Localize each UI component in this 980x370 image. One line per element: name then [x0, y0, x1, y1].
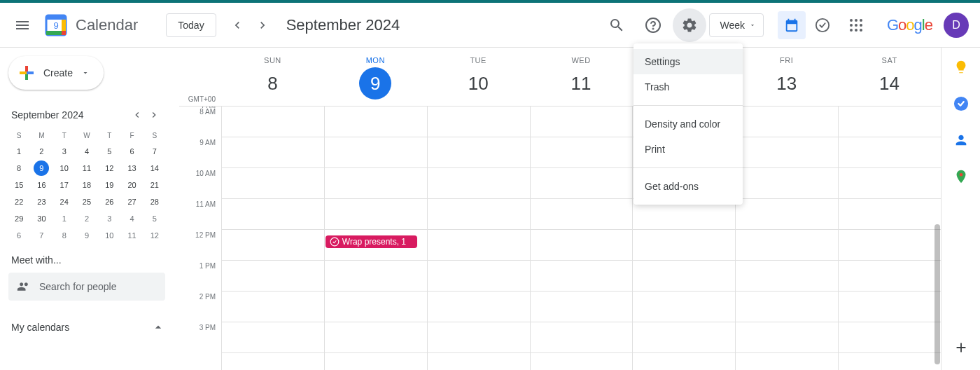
time-slot[interactable]: [531, 292, 633, 322]
menu-item-density[interactable]: Density and color: [634, 111, 743, 137]
scrollbar[interactable]: [934, 224, 940, 364]
time-slot[interactable]: [222, 353, 324, 370]
time-slot[interactable]: [531, 107, 633, 137]
today-button[interactable]: Today: [166, 13, 216, 37]
minical-day[interactable]: 7: [31, 228, 52, 243]
time-slot[interactable]: [428, 137, 530, 168]
time-slot[interactable]: [736, 199, 838, 230]
minical-day[interactable]: 4: [76, 144, 97, 159]
day-column[interactable]: [427, 107, 530, 370]
minical-day[interactable]: 11: [76, 160, 97, 176]
time-slot[interactable]: [222, 292, 324, 322]
minical-day[interactable]: 15: [8, 177, 29, 193]
time-slot[interactable]: [531, 168, 633, 199]
minical-day[interactable]: 6: [8, 228, 29, 243]
time-slot[interactable]: [736, 107, 838, 137]
minical-day[interactable]: 11: [121, 228, 142, 243]
time-slot[interactable]: [222, 107, 324, 137]
minical-day[interactable]: 8: [8, 160, 29, 176]
time-slot[interactable]: [222, 230, 324, 261]
time-slot[interactable]: [839, 353, 941, 370]
time-slot[interactable]: [736, 137, 838, 168]
time-slot[interactable]: [839, 107, 941, 137]
calendar-mode-button[interactable]: [778, 11, 806, 39]
minical-day[interactable]: 18: [76, 177, 97, 193]
time-slot[interactable]: [222, 137, 324, 168]
minical-day[interactable]: 2: [76, 211, 97, 226]
minical-day[interactable]: 30: [31, 211, 52, 226]
minical-next-button[interactable]: [148, 107, 165, 123]
minical-day[interactable]: 12: [144, 228, 165, 243]
app-logo[interactable]: 9 Calendar: [42, 11, 138, 39]
time-slot[interactable]: [839, 199, 941, 230]
menu-item-settings[interactable]: Settings: [634, 49, 743, 74]
day-header[interactable]: MON9: [324, 48, 427, 106]
minical-day[interactable]: 13: [121, 160, 142, 176]
time-slot[interactable]: [839, 230, 941, 261]
time-slot[interactable]: [531, 322, 633, 353]
day-column[interactable]: [530, 107, 633, 370]
time-slot[interactable]: [839, 137, 941, 168]
time-slot[interactable]: [531, 353, 633, 370]
time-slot[interactable]: [325, 322, 427, 353]
prev-period-button[interactable]: [225, 13, 250, 38]
time-slot[interactable]: [325, 353, 427, 370]
time-slot[interactable]: [428, 353, 530, 370]
minical-day[interactable]: 19: [99, 177, 120, 193]
support-button[interactable]: [636, 8, 670, 42]
minical-day[interactable]: 4: [121, 211, 142, 226]
time-slot[interactable]: [428, 292, 530, 322]
tasks-mode-button[interactable]: [808, 11, 836, 39]
time-slot[interactable]: [839, 322, 941, 353]
time-slot[interactable]: [736, 261, 838, 292]
minical-day[interactable]: 21: [144, 177, 165, 193]
minical-day[interactable]: 3: [54, 144, 75, 159]
menu-item-trash[interactable]: Trash: [634, 74, 743, 100]
time-slot[interactable]: [325, 261, 427, 292]
time-slot[interactable]: [531, 199, 633, 230]
time-slot[interactable]: [428, 322, 530, 353]
minical-day[interactable]: 12: [99, 160, 120, 176]
contacts-addon-icon[interactable]: [953, 132, 969, 149]
menu-item-print[interactable]: Print: [634, 137, 743, 162]
calendar-event[interactable]: Wrap presents, 1: [326, 235, 417, 248]
minical-day[interactable]: 23: [31, 194, 52, 210]
minical-day[interactable]: 20: [121, 177, 142, 193]
time-slot[interactable]: [222, 199, 324, 230]
day-column[interactable]: [838, 107, 941, 370]
settings-button[interactable]: [673, 8, 706, 42]
search-people-input[interactable]: Search for people: [8, 273, 165, 301]
time-slot[interactable]: [633, 322, 735, 353]
day-header[interactable]: WED11: [530, 48, 633, 106]
day-header[interactable]: FRI13: [735, 48, 838, 106]
time-slot[interactable]: [839, 168, 941, 199]
time-slot[interactable]: [325, 199, 427, 230]
time-slot[interactable]: [222, 322, 324, 353]
time-slot[interactable]: [736, 353, 838, 370]
minical-day[interactable]: 5: [99, 144, 120, 159]
minical-day[interactable]: 14: [144, 160, 165, 176]
minical-day[interactable]: 9: [34, 160, 49, 176]
day-header[interactable]: SAT14: [838, 48, 941, 106]
minical-day[interactable]: 1: [8, 144, 29, 159]
minical-day[interactable]: 22: [8, 194, 29, 210]
tasks-addon-icon[interactable]: [953, 95, 969, 112]
minical-day[interactable]: 10: [54, 160, 75, 176]
minical-day[interactable]: 1: [54, 211, 75, 226]
minical-day[interactable]: 26: [99, 194, 120, 210]
minical-day[interactable]: 29: [8, 211, 29, 226]
time-slot[interactable]: [839, 261, 941, 292]
minical-day[interactable]: 24: [54, 194, 75, 210]
time-slot[interactable]: [428, 168, 530, 199]
minical-day[interactable]: 2: [31, 144, 52, 159]
minical-day[interactable]: 8: [54, 228, 75, 243]
time-slot[interactable]: [222, 261, 324, 292]
apps-button[interactable]: [839, 8, 873, 42]
view-selector[interactable]: Week: [709, 13, 764, 37]
main-menu-button[interactable]: [6, 8, 39, 42]
time-slot[interactable]: [736, 322, 838, 353]
minical-day[interactable]: 3: [99, 211, 120, 226]
time-slot[interactable]: [633, 230, 735, 261]
get-addons-button[interactable]: [953, 339, 969, 356]
time-slot[interactable]: [736, 230, 838, 261]
